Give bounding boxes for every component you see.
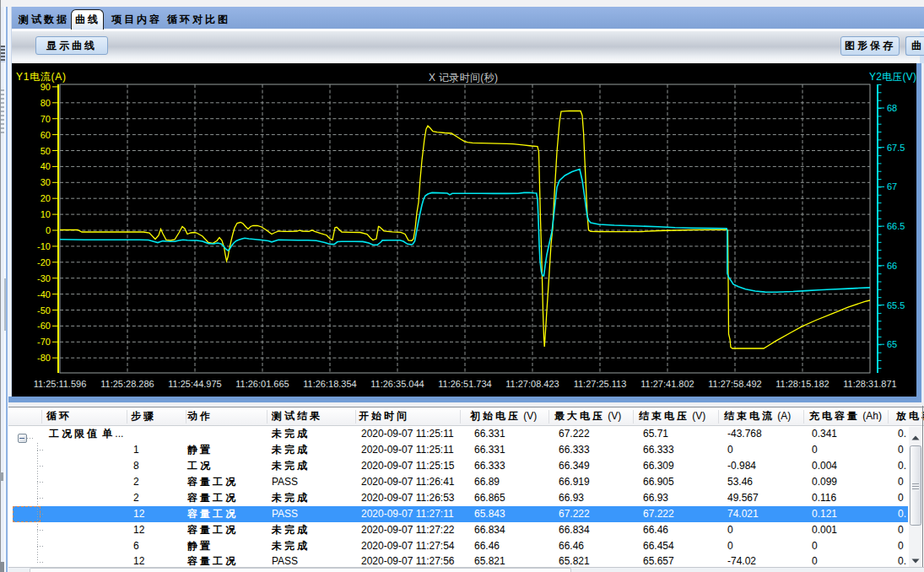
svg-text:67.5: 67.5 [887,143,905,153]
svg-text:80: 80 [41,98,51,108]
svg-text:65.5: 65.5 [887,300,905,310]
svg-text:X 记录时间(秒): X 记录时间(秒) [429,72,498,84]
svg-text:60: 60 [41,130,51,140]
svg-text:66.5: 66.5 [887,221,905,231]
svg-text:11:25:11.596: 11:25:11.596 [34,379,87,389]
svg-text:-30: -30 [37,273,51,283]
svg-text:65: 65 [887,339,897,349]
svg-text:40: 40 [41,161,51,171]
svg-text:11:27:58.492: 11:27:58.492 [708,379,761,389]
svg-text:10: 10 [41,209,51,219]
svg-text:11:28:31.871: 11:28:31.871 [843,379,896,389]
svg-text:50: 50 [41,146,51,156]
svg-text:Y1电流(A): Y1电流(A) [16,71,66,83]
svg-text:-60: -60 [37,321,51,331]
svg-text:67: 67 [887,181,897,192]
svg-text:11:26:51.734: 11:26:51.734 [438,379,491,389]
svg-text:-40: -40 [37,289,51,299]
svg-text:11:25:28.286: 11:25:28.286 [100,379,154,389]
svg-text:11:27:25.113: 11:27:25.113 [574,379,627,389]
svg-text:68: 68 [887,103,897,113]
svg-text:-20: -20 [37,257,51,267]
svg-text:Y2电压(V): Y2电压(V) [869,71,916,83]
svg-text:11:26:01.665: 11:26:01.665 [235,379,289,389]
svg-text:70: 70 [41,114,51,124]
svg-text:11:27:08.423: 11:27:08.423 [505,379,559,389]
svg-text:66: 66 [887,261,897,271]
svg-text:-50: -50 [37,305,51,316]
svg-text:-70: -70 [37,337,51,347]
svg-text:-10: -10 [37,241,51,251]
svg-text:20: 20 [41,193,51,203]
svg-text:0: 0 [46,225,51,235]
svg-text:11:28:15.182: 11:28:15.182 [775,379,829,389]
svg-text:11:27:41.802: 11:27:41.802 [640,379,694,389]
svg-text:30: 30 [41,177,51,187]
svg-text:11:26:18.354: 11:26:18.354 [303,379,356,389]
svg-text:-80: -80 [37,353,51,363]
svg-text:90: 90 [41,82,51,92]
svg-text:11:25:44.975: 11:25:44.975 [168,379,221,389]
svg-text:11:26:35.044: 11:26:35.044 [370,379,424,389]
